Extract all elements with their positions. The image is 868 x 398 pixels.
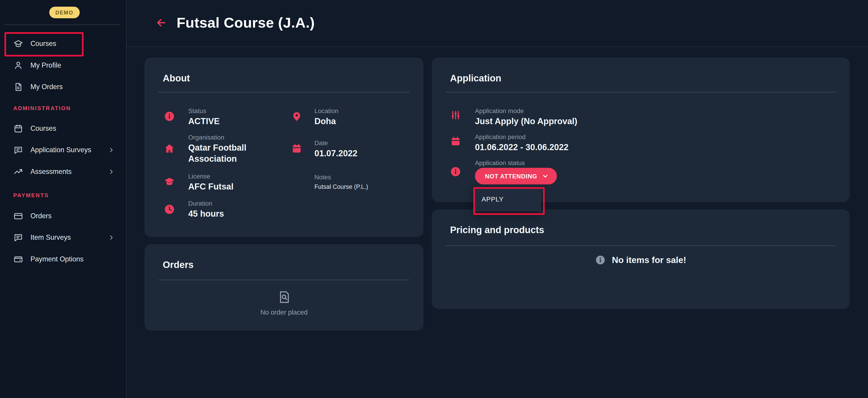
sidebar: DEMO Courses My Profile My Orders ADMINI… bbox=[0, 0, 127, 398]
field-notes: Notes Futsal Course (P.L.) bbox=[314, 174, 414, 190]
application-card: Application Application mode Just Apply … bbox=[432, 58, 850, 202]
sidebar-item-application-surveys[interactable]: Application Surveys bbox=[0, 139, 126, 161]
orders-empty-state: No order placed bbox=[145, 290, 423, 316]
sidebar-item-label: Assessments bbox=[31, 167, 72, 175]
field-license: License AFC Futsal bbox=[188, 173, 282, 192]
field-value: 01.06.2022 - 30.06.2022 bbox=[475, 142, 652, 153]
sidebar-item-label: My Profile bbox=[31, 61, 61, 69]
application-status-button-label: NOT ATTENDING bbox=[485, 173, 537, 179]
back-button[interactable] bbox=[155, 17, 167, 29]
field-label: Date bbox=[314, 140, 408, 146]
sidebar-item-label: Item Surveys bbox=[31, 233, 71, 241]
calendar-icon bbox=[13, 123, 23, 133]
clock-icon bbox=[164, 204, 175, 215]
field-label: Status bbox=[188, 108, 282, 114]
calendar-icon bbox=[450, 136, 461, 147]
field-label: Duration bbox=[188, 200, 282, 207]
field-location: Location Doha bbox=[314, 108, 408, 127]
sidebar-item-label: Courses bbox=[31, 124, 56, 132]
chat-bubble-icon bbox=[13, 232, 23, 242]
info-circle-icon bbox=[164, 111, 175, 122]
application-status-menu: APPLY bbox=[473, 187, 541, 212]
sidebar-item-label: Courses bbox=[31, 39, 56, 47]
card-divider bbox=[158, 280, 410, 280]
field-value: Doha bbox=[314, 116, 408, 127]
app-window: DEMO Courses My Profile My Orders ADMINI… bbox=[0, 0, 868, 398]
card-divider bbox=[445, 245, 836, 246]
sidebar-divider bbox=[4, 24, 120, 25]
orders-card-title: Orders bbox=[163, 260, 194, 271]
sidebar-item-item-surveys[interactable]: Item Surveys bbox=[0, 226, 126, 248]
sidebar-section-payments: PAYMENTS bbox=[13, 192, 49, 198]
field-value: AFC Futsal bbox=[188, 181, 282, 192]
about-card: About Status ACTIVE Organisation Qatar F… bbox=[145, 58, 423, 237]
field-value: Qatar Football Association bbox=[188, 142, 271, 164]
field-application-period: Application period 01.06.2022 - 30.06.20… bbox=[475, 133, 652, 153]
field-value: Futsal Course (P.L.) bbox=[314, 183, 414, 190]
pricing-card-title: Pricing and products bbox=[450, 225, 544, 236]
trending-up-icon bbox=[13, 166, 23, 176]
pricing-empty-state: No items for sale! bbox=[432, 255, 850, 266]
credit-card-icon bbox=[13, 211, 23, 221]
receipt-search-icon bbox=[276, 290, 291, 305]
field-duration: Duration 45 hours bbox=[188, 200, 282, 219]
sidebar-item-payment-options[interactable]: Payment Options bbox=[0, 248, 126, 270]
pricing-card: Pricing and products No items for sale! bbox=[432, 209, 850, 309]
calendar-icon bbox=[291, 143, 302, 154]
chevron-right-icon bbox=[107, 233, 115, 241]
wallet-icon bbox=[13, 254, 23, 264]
sidebar-item-admin-courses[interactable]: Courses bbox=[0, 117, 126, 139]
document-icon bbox=[13, 82, 23, 92]
field-application-mode: Application mode Just Apply (No Approval… bbox=[475, 108, 641, 127]
sidebar-item-orders[interactable]: Orders bbox=[0, 205, 126, 226]
field-label: License bbox=[188, 173, 282, 179]
chevron-down-icon bbox=[541, 172, 549, 180]
field-value: 01.07.2022 bbox=[314, 148, 408, 159]
sidebar-item-label: My Orders bbox=[31, 83, 63, 90]
info-circle-icon bbox=[595, 255, 606, 266]
sidebar-item-my-orders[interactable]: My Orders bbox=[0, 76, 126, 98]
field-date: Date 01.07.2022 bbox=[314, 140, 408, 159]
field-organisation: Organisation Qatar Football Association bbox=[188, 134, 271, 165]
field-label: Application period bbox=[475, 133, 652, 140]
card-divider bbox=[445, 92, 836, 92]
graduation-cap-icon bbox=[13, 38, 23, 49]
chevron-right-icon bbox=[107, 146, 115, 154]
field-application-status: Application status bbox=[475, 159, 641, 166]
sidebar-item-assessments[interactable]: Assessments bbox=[0, 160, 126, 182]
user-icon bbox=[13, 60, 23, 70]
page-title: Futsal Course (J.A.) bbox=[177, 14, 315, 32]
field-status: Status ACTIVE bbox=[188, 108, 282, 127]
field-label: Application mode bbox=[475, 108, 641, 114]
home-icon bbox=[164, 143, 175, 154]
field-label: Notes bbox=[314, 174, 414, 180]
orders-card: Orders No order placed bbox=[145, 244, 423, 331]
sidebar-item-label: Orders bbox=[31, 212, 52, 220]
chat-bubble-icon bbox=[13, 145, 23, 155]
sidebar-item-label: Application Surveys bbox=[31, 146, 91, 154]
application-card-title: Application bbox=[450, 73, 501, 84]
field-value: 45 hours bbox=[188, 208, 282, 219]
field-label: Location bbox=[314, 108, 408, 114]
field-value: Just Apply (No Approval) bbox=[475, 116, 641, 127]
sidebar-item-courses[interactable]: Courses bbox=[0, 33, 126, 54]
field-label: Application status bbox=[475, 159, 641, 166]
apply-menu-item[interactable]: APPLY bbox=[473, 195, 504, 203]
sidebar-section-administration: ADMINISTRATION bbox=[13, 105, 71, 111]
application-status-button[interactable]: NOT ATTENDING bbox=[475, 168, 557, 184]
chevron-right-icon bbox=[107, 167, 115, 175]
graduation-cap-icon bbox=[164, 176, 175, 187]
field-label: Organisation bbox=[188, 134, 271, 141]
pricing-empty-text: No items for sale! bbox=[612, 255, 686, 265]
sliders-icon bbox=[450, 110, 461, 121]
field-value: ACTIVE bbox=[188, 116, 282, 127]
orders-empty-text: No order placed bbox=[260, 308, 308, 316]
map-pin-icon bbox=[291, 111, 302, 122]
about-card-title: About bbox=[163, 73, 190, 84]
info-circle-icon bbox=[450, 166, 461, 177]
sidebar-item-my-profile[interactable]: My Profile bbox=[0, 54, 126, 76]
card-divider bbox=[158, 92, 410, 92]
sidebar-item-label: Payment Options bbox=[31, 255, 84, 263]
demo-badge: DEMO bbox=[49, 6, 79, 18]
